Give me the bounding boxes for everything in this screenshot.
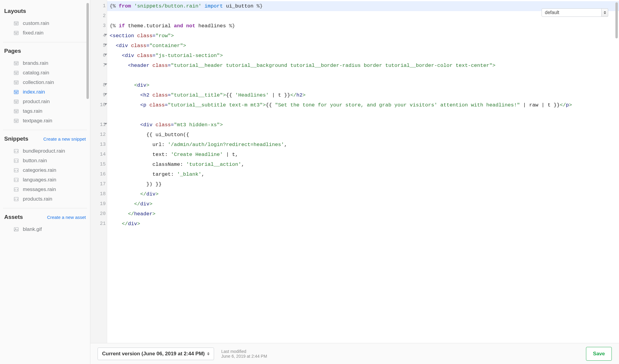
page-item-brands-rain[interactable]: brands.rain xyxy=(3,58,87,68)
editor-code[interactable]: {% from 'snippets/button.rain' import ui… xyxy=(107,0,619,343)
editor-scrollbar[interactable] xyxy=(614,0,619,343)
page-file-icon xyxy=(13,89,19,95)
code-line[interactable]: <div class="mt3 hidden-xs"> xyxy=(110,120,615,130)
page-item-index-rain[interactable]: index.rain xyxy=(3,87,87,97)
code-line[interactable]: <h2 class="tutorial__title">{{ 'Headline… xyxy=(110,90,615,100)
svg-rect-4 xyxy=(14,31,18,35)
snippet-item-categories-rain[interactable]: categories.rain xyxy=(3,166,87,175)
fold-icon[interactable] xyxy=(104,64,107,65)
version-select[interactable]: Current version (June 06, 2019 at 2:44 P… xyxy=(98,348,214,360)
footer-bar: Current version (June 06, 2019 at 2:44 P… xyxy=(90,343,619,364)
page-item-tags-rain[interactable]: tags.rain xyxy=(3,106,87,116)
snippet-item-messages-rain[interactable]: messages.rain xyxy=(3,185,87,194)
code-line[interactable] xyxy=(110,11,615,21)
sidebar-scroll-thumb[interactable] xyxy=(86,3,89,99)
file-label: messages.rain xyxy=(23,186,56,192)
file-label: catalog.rain xyxy=(23,70,49,76)
sidebar-scrollbar[interactable] xyxy=(85,0,90,364)
fold-icon[interactable] xyxy=(104,54,107,55)
code-line[interactable]: {{ ui_button({ xyxy=(110,130,615,140)
code-line[interactable]: className: 'tutorial__action', xyxy=(110,160,615,169)
fold-icon[interactable] xyxy=(104,93,107,95)
code-line[interactable]: <header class="tutorial__header tutorial… xyxy=(110,61,615,80)
code-line[interactable]: <div class="container"> xyxy=(110,41,615,51)
gutter-line: 18 xyxy=(90,189,107,199)
file-label: brands.rain xyxy=(23,60,48,66)
gutter-line: 10 xyxy=(90,100,107,120)
code-line[interactable]: <div class="js-tutorial-section"> xyxy=(110,51,615,61)
snippet-file-icon xyxy=(13,187,19,192)
page-item-catalog-rain[interactable]: catalog.rain xyxy=(3,68,87,78)
file-label: products.rain xyxy=(23,196,52,202)
code-line[interactable]: <section class="row"> xyxy=(110,31,615,41)
code-line[interactable]: {% if theme.tutorial and not headlines %… xyxy=(110,21,615,31)
asset-item-blank-gif[interactable]: blank.gif xyxy=(3,225,87,234)
asset-file-icon xyxy=(13,227,19,232)
dropdown-toggle[interactable] xyxy=(602,8,608,17)
svg-rect-28 xyxy=(14,109,18,113)
fold-icon[interactable] xyxy=(104,83,107,85)
gutter-line: 9 xyxy=(90,90,107,100)
code-line[interactable]: </div> xyxy=(110,189,615,199)
page-item-textpage-rain[interactable]: textpage.rain xyxy=(3,116,87,126)
code-line[interactable]: <p class="tutorial__subtitle text-m mt3"… xyxy=(110,100,615,120)
main: 123456789101112131415161718192021 {% fro… xyxy=(90,0,619,364)
create-snippet-link[interactable]: Create a new snippet xyxy=(43,136,86,142)
snippet-item-bundleproduct-rain[interactable]: bundleproduct.rain xyxy=(3,146,87,156)
code-line[interactable]: url: '/admin/auth/login?redirect=headlin… xyxy=(110,140,615,150)
gutter-line: 12 xyxy=(90,130,107,140)
page-file-icon xyxy=(13,70,19,76)
code-editor[interactable]: 123456789101112131415161718192021 {% fro… xyxy=(90,0,619,343)
section-title-layouts: Layouts xyxy=(4,8,87,14)
svg-rect-41 xyxy=(14,197,18,201)
section-title-snippets: Snippets xyxy=(4,136,28,142)
snippet-item-products-rain[interactable]: products.rain xyxy=(3,194,87,204)
code-line[interactable]: }) }} xyxy=(110,179,615,189)
meta-label: Last modified xyxy=(221,349,267,354)
code-line[interactable]: text: 'Create Headline' | t, xyxy=(110,150,615,160)
svg-rect-8 xyxy=(14,61,18,65)
stepper-icon xyxy=(207,352,210,355)
svg-rect-24 xyxy=(14,100,18,103)
separator xyxy=(3,208,87,208)
snippet-item-languages-rain[interactable]: languages.rain xyxy=(3,175,87,185)
gutter-line: 1 xyxy=(90,1,107,11)
code-line[interactable]: target: '_blank', xyxy=(110,169,615,179)
fold-icon[interactable] xyxy=(104,44,107,46)
svg-rect-40 xyxy=(14,188,18,191)
code-line[interactable]: </div> xyxy=(110,219,615,229)
gutter-line: 14 xyxy=(90,150,107,160)
svg-rect-0 xyxy=(14,22,18,25)
layout-dropdown[interactable]: default xyxy=(542,8,608,17)
gutter-line: 8 xyxy=(90,80,107,90)
editor-scroll-thumb[interactable] xyxy=(615,2,618,38)
gutter-line: 16 xyxy=(90,169,107,179)
svg-rect-42 xyxy=(14,228,18,231)
gutter-line: 6 xyxy=(90,51,107,61)
section-title-assets: Assets xyxy=(4,214,23,220)
code-line[interactable]: </div> xyxy=(110,199,615,209)
page-item-product-rain[interactable]: product.rain xyxy=(3,97,87,106)
page-item-collection-rain[interactable]: collection.rain xyxy=(3,78,87,87)
snippet-item-button-rain[interactable]: button.rain xyxy=(3,156,87,166)
svg-rect-16 xyxy=(14,81,18,84)
create-asset-link[interactable]: Create a new asset xyxy=(47,215,86,220)
last-modified: Last modified June 6, 2019 at 2:44 PM xyxy=(221,349,267,359)
layout-item-custom-rain[interactable]: custom.rain xyxy=(3,19,87,28)
layout-file-icon xyxy=(13,21,19,26)
code-line[interactable]: <div> xyxy=(110,80,615,90)
save-button[interactable]: Save xyxy=(586,347,612,361)
gutter-line: 4 xyxy=(90,31,107,41)
layout-item-fixed-rain[interactable]: fixed.rain xyxy=(3,28,87,38)
file-label: index.rain xyxy=(23,89,45,95)
version-label: Current version (June 06, 2019 at 2:44 P… xyxy=(102,351,205,357)
caret-up-icon xyxy=(604,11,606,12)
file-label: fixed.rain xyxy=(23,30,44,36)
fold-icon[interactable] xyxy=(104,34,107,36)
fold-icon[interactable] xyxy=(104,103,107,105)
code-line[interactable]: </header> xyxy=(110,209,615,219)
page-file-icon xyxy=(13,109,19,114)
dropdown-value[interactable]: default xyxy=(542,8,602,17)
file-label: button.rain xyxy=(23,158,47,164)
fold-icon[interactable] xyxy=(104,123,107,125)
